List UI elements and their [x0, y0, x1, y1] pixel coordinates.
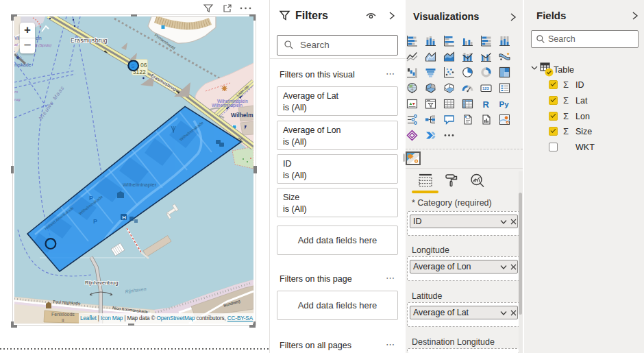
- svg-text:II: II: [62, 318, 64, 323]
- svg-text:R: R: [483, 99, 490, 110]
- svg-text:Wilhelm: Wilhelm: [231, 112, 253, 119]
- svg-text:Fenixloods: Fenixloods: [51, 312, 75, 317]
- svg-text:at: at: [14, 42, 18, 47]
- svg-text:m: m: [14, 90, 18, 94]
- svg-text:6 (Spido): 6 (Spido): [35, 43, 51, 47]
- svg-text:Erasmusbrug: Erasmusbrug: [71, 37, 108, 44]
- svg-text:S: S: [132, 63, 135, 69]
- svg-text:Py: Py: [499, 100, 510, 108]
- svg-text:P: P: [93, 218, 97, 225]
- svg-text:123: 123: [482, 86, 489, 90]
- svg-text:mskade: mskade: [14, 62, 32, 67]
- svg-text:06: 06: [140, 62, 147, 69]
- svg-text:Rijnhavenbrug: Rijnhavenbrug: [85, 280, 118, 286]
- svg-text:ein: ein: [36, 36, 42, 40]
- svg-text:H: H: [122, 215, 126, 221]
- svg-text:rug: rug: [14, 97, 21, 101]
- svg-text:Wilhelminaplein: Wilhelminaplein: [212, 103, 243, 108]
- svg-text:Wilhelminapier: Wilhelminapier: [123, 182, 157, 188]
- svg-text:Vil: Vil: [14, 36, 20, 40]
